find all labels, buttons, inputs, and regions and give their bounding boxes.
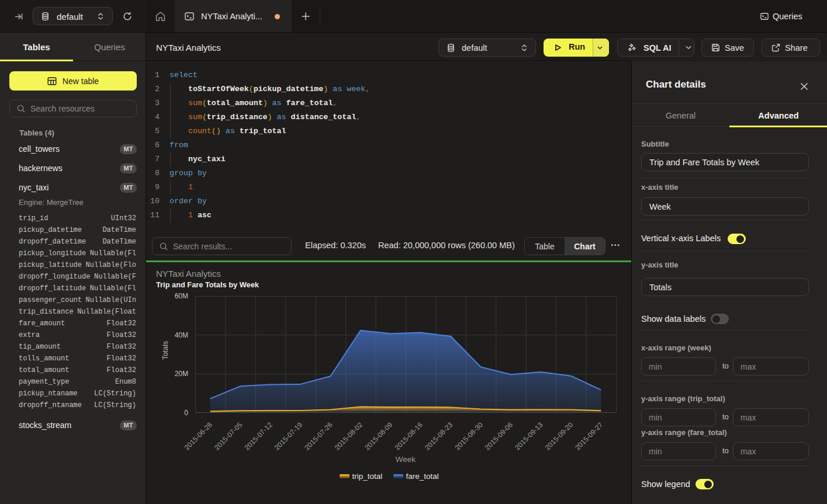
svg-text:2015-09-20: 2015-09-20 xyxy=(544,420,575,452)
svg-text:20M: 20M xyxy=(175,370,188,378)
svg-text:2015-07-12: 2015-07-12 xyxy=(243,420,274,452)
svg-text:2015-08-09: 2015-08-09 xyxy=(363,420,395,452)
svg-text:2015-09-27: 2015-09-27 xyxy=(573,420,605,452)
svg-text:2015-07-26: 2015-07-26 xyxy=(303,420,334,452)
svg-text:Totals: Totals xyxy=(161,341,169,360)
svg-text:2015-06-28: 2015-06-28 xyxy=(183,420,214,452)
svg-text:2015-08-02: 2015-08-02 xyxy=(333,420,365,452)
svg-text:2015-07-05: 2015-07-05 xyxy=(213,420,244,452)
svg-text:40M: 40M xyxy=(175,331,188,339)
svg-text:60M: 60M xyxy=(175,292,188,300)
svg-text:0: 0 xyxy=(184,409,188,417)
svg-text:fare_total: fare_total xyxy=(406,472,439,481)
svg-text:2015-09-06: 2015-09-06 xyxy=(483,420,515,452)
svg-text:2015-07-19: 2015-07-19 xyxy=(273,420,304,452)
svg-text:2015-08-23: 2015-08-23 xyxy=(423,420,455,452)
svg-text:2015-09-13: 2015-09-13 xyxy=(513,420,545,452)
svg-text:2015-08-16: 2015-08-16 xyxy=(393,420,425,452)
svg-text:trip_total: trip_total xyxy=(352,472,383,481)
svg-text:2015-08-30: 2015-08-30 xyxy=(453,420,485,452)
svg-text:Week: Week xyxy=(396,455,416,464)
